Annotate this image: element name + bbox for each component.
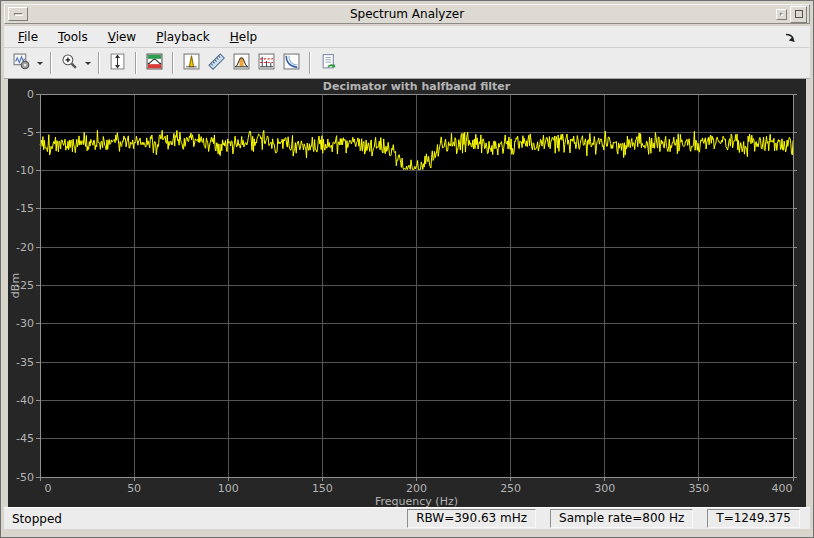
peak-finder-icon (183, 53, 200, 74)
playback-export-button[interactable] (316, 51, 341, 76)
y-tick-label: -10 (16, 164, 34, 177)
x-tick-label: 50 (127, 482, 141, 495)
ruler-icon (208, 53, 225, 74)
chevron-down-icon (84, 59, 92, 67)
menu-item-playback[interactable]: Playback (146, 28, 220, 46)
menu-item-tools[interactable]: Tools (48, 28, 98, 46)
spectrum-plot[interactable]: 0-5-10-15-20-25-30-35-40-45-500501001502… (8, 79, 806, 507)
y-tick-label: -50 (16, 471, 34, 484)
zoom-in-button[interactable] (57, 51, 82, 76)
spectrum-settings-button[interactable] (142, 51, 167, 76)
toolbar-separator (135, 52, 137, 74)
configuration-properties-button[interactable] (9, 51, 34, 76)
status-bar: Stopped RBW=390.63 mHzSample rate=800 Hz… (4, 507, 810, 529)
peak-finder-button[interactable] (179, 51, 204, 76)
y-tick-label: -45 (16, 432, 34, 445)
status-cell-time: T=1249.375 (707, 509, 800, 528)
status-cell-sample-rate: Sample rate=800 Hz (550, 509, 693, 528)
distortion-measurements-button[interactable] (254, 51, 279, 76)
status-text: Stopped (4, 512, 62, 526)
x-axis-label: Frequency (Hz) (375, 495, 458, 507)
menu-bar: FileToolsViewPlaybackHelp (4, 26, 810, 48)
y-tick-label: -5 (23, 126, 34, 139)
channel-measurements-button[interactable] (229, 51, 254, 76)
y-tick-label: -35 (16, 356, 34, 369)
distortion-plot-icon (258, 53, 275, 74)
x-tick-label: 250 (500, 482, 521, 495)
zoom-in-dropdown[interactable] (82, 51, 93, 76)
menu-item-view[interactable]: View (98, 28, 146, 46)
spectrum-settings-icon (146, 53, 163, 74)
x-tick-label: 0 (45, 482, 52, 495)
x-tick-label: 150 (312, 482, 333, 495)
dock-arrow-icon[interactable] (784, 30, 798, 44)
y-tick-label: -40 (16, 394, 34, 407)
gear-chart-icon (13, 53, 30, 74)
menu-item-file[interactable]: File (8, 28, 48, 46)
scale-y-axis-button[interactable] (105, 51, 130, 76)
toolbar-separator (98, 52, 100, 74)
window-maximize-button[interactable] (790, 6, 807, 23)
cursor-measurements-button[interactable] (204, 51, 229, 76)
x-tick-label: 350 (688, 482, 709, 495)
vertical-span-icon (109, 53, 126, 74)
configuration-properties-dropdown[interactable] (34, 51, 45, 76)
toolbar-separator (172, 52, 174, 74)
y-tick-label: 0 (27, 88, 34, 101)
spectrum-analyzer-window: Spectrum Analyzer FileToolsViewPlaybackH… (0, 0, 814, 538)
zoom-in-icon (61, 53, 78, 74)
window-minimize-button[interactable] (776, 9, 787, 20)
y-tick-label: -15 (16, 202, 34, 215)
y-axis-label: dBm (9, 273, 22, 298)
ccdf-curve-icon (283, 53, 300, 74)
chevron-down-icon (36, 59, 44, 67)
channel-band-icon (233, 53, 250, 74)
y-tick-label: -20 (16, 241, 34, 254)
status-cell-rbw: RBW=390.63 mHz (407, 509, 536, 528)
toolbar (4, 48, 810, 79)
title-bar[interactable]: Spectrum Analyzer (4, 4, 810, 24)
x-tick-label: 100 (218, 482, 239, 495)
plot-title: Decimator with halfband filter (323, 80, 511, 93)
y-tick-label: -30 (16, 317, 34, 330)
toolbar-separator (309, 52, 311, 74)
x-tick-label: 200 (406, 482, 427, 495)
window-title: Spectrum Analyzer (5, 5, 809, 23)
dot-icon (780, 13, 783, 16)
menu-item-help[interactable]: Help (220, 28, 267, 46)
x-tick-label: 300 (594, 482, 615, 495)
x-tick-label: 400 (772, 482, 793, 495)
plot-panel: 0-5-10-15-20-25-30-35-40-45-500501001502… (8, 79, 806, 507)
status-cells: RBW=390.63 mHzSample rate=800 HzT=1249.3… (407, 509, 810, 528)
square-icon (795, 10, 803, 18)
toolbar-separator (50, 52, 52, 74)
document-export-icon (320, 53, 337, 74)
ccdf-measurements-button[interactable] (279, 51, 304, 76)
menu-items: FileToolsViewPlaybackHelp (4, 28, 267, 46)
